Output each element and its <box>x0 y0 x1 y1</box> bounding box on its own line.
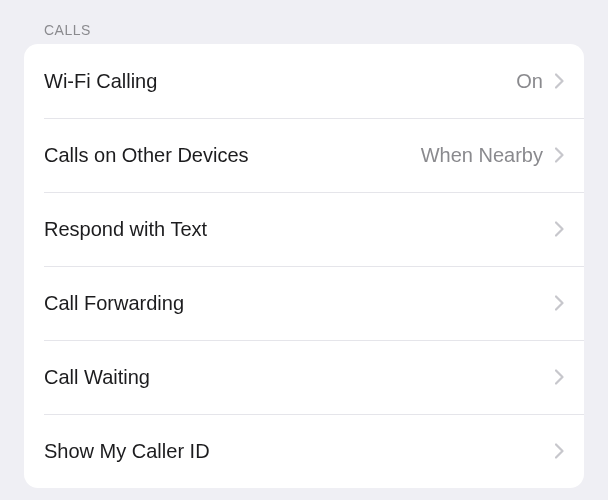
section-header-calls: CALLS <box>0 0 608 44</box>
row-label: Call Forwarding <box>44 292 543 315</box>
row-label: Calls on Other Devices <box>44 144 421 167</box>
chevron-right-icon <box>555 295 564 311</box>
row-value: When Nearby <box>421 144 543 167</box>
row-label: Wi-Fi Calling <box>44 70 516 93</box>
row-label: Respond with Text <box>44 218 543 241</box>
chevron-right-icon <box>555 73 564 89</box>
row-calls-on-other-devices[interactable]: Calls on Other Devices When Nearby <box>24 118 584 192</box>
row-call-waiting[interactable]: Call Waiting <box>24 340 584 414</box>
chevron-right-icon <box>555 221 564 237</box>
chevron-right-icon <box>555 369 564 385</box>
chevron-right-icon <box>555 443 564 459</box>
row-respond-with-text[interactable]: Respond with Text <box>24 192 584 266</box>
row-wifi-calling[interactable]: Wi-Fi Calling On <box>24 44 584 118</box>
row-label: Call Waiting <box>44 366 543 389</box>
row-show-my-caller-id[interactable]: Show My Caller ID <box>24 414 584 488</box>
row-call-forwarding[interactable]: Call Forwarding <box>24 266 584 340</box>
row-label: Show My Caller ID <box>44 440 543 463</box>
row-value: On <box>516 70 543 93</box>
chevron-right-icon <box>555 147 564 163</box>
settings-list: Wi-Fi Calling On Calls on Other Devices … <box>24 44 584 488</box>
